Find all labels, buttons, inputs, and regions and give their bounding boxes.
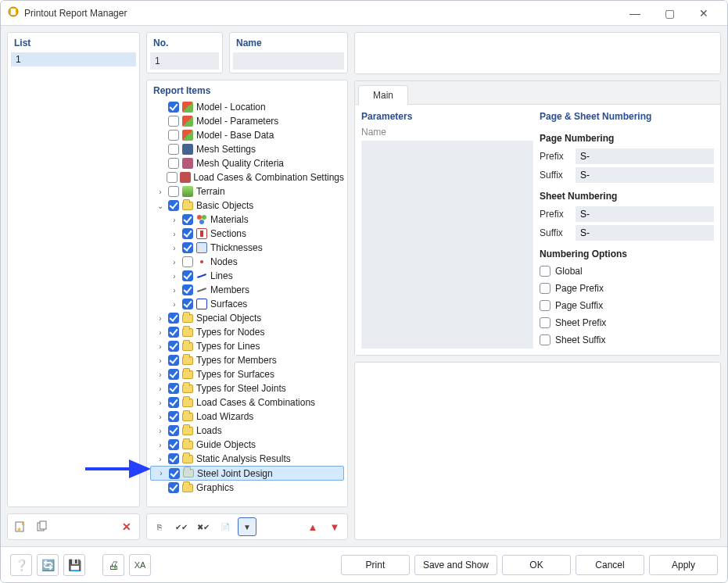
tree-item[interactable]: ›Types for Lines [150,339,344,353]
close-button[interactable]: ✕ [687,1,721,26]
tree-checkbox[interactable] [168,186,179,197]
tree-item[interactable]: ›Materials [150,213,344,227]
tree-checkbox[interactable] [167,172,178,183]
list-item[interactable]: 1 [11,52,136,66]
tree-checkbox[interactable] [182,242,193,253]
tree-checkbox[interactable] [168,144,179,155]
sheet-suffix-input[interactable] [576,225,714,241]
print-setup-button[interactable]: 🖨 [102,554,124,576]
maximize-button[interactable]: ▢ [652,1,687,26]
tree-item[interactable]: ›Types for Nodes [150,325,344,339]
tree-checkbox[interactable] [168,313,179,324]
tree-item[interactable]: Mesh Quality Criteria [150,156,344,170]
numbering-option-checkbox[interactable] [540,283,550,294]
tree-item[interactable]: Graphics [150,481,344,495]
expander-icon[interactable]: › [155,342,166,351]
tree-checkbox[interactable] [182,270,193,281]
tree-item[interactable]: Model - Location [150,100,344,114]
expander-icon[interactable]: › [169,272,180,281]
tree-checkbox[interactable] [168,116,179,127]
tree-checkbox[interactable] [168,369,179,380]
page-prefix-input[interactable] [576,148,714,164]
print-button[interactable]: Print [341,555,410,575]
tree-item[interactable]: ›Nodes [150,255,344,269]
tree-checkbox[interactable] [168,439,179,450]
clone-button[interactable]: ⎘ [150,517,169,536]
expander-icon[interactable]: › [155,188,166,196]
tree-item[interactable]: ›Guide Objects [150,438,344,452]
tree-checkbox[interactable] [168,425,179,436]
tree-checkbox[interactable] [168,453,179,464]
tree-item[interactable]: Load Cases & Combination Settings [150,170,344,184]
tree-checkbox[interactable] [168,482,179,493]
expander-icon[interactable]: › [155,328,166,337]
tree-checkbox[interactable] [182,284,193,295]
move-up-button[interactable]: ▲ [303,517,322,536]
tree-item[interactable]: ›Sections [150,227,344,241]
new-report-button[interactable]: ★ [11,517,30,536]
tree-item[interactable]: ›Thicknesses [150,241,344,255]
expander-icon[interactable]: › [155,356,166,365]
ok-button[interactable]: OK [502,555,571,575]
expander-icon[interactable]: › [155,427,166,435]
save-and-show-button[interactable]: Save and Show [414,555,497,575]
tree-checkbox[interactable] [169,468,180,479]
expander-icon[interactable]: › [156,469,167,477]
copy-report-button[interactable] [33,517,52,536]
tree-item[interactable]: ›Surfaces [150,297,344,311]
check-all-button[interactable]: ✔✔ [172,517,191,536]
tree-item[interactable]: ›Static Analysis Results [150,452,344,466]
tree-checkbox[interactable] [182,256,193,267]
tree-item[interactable]: ›Loads [150,424,344,438]
expander-icon[interactable]: › [155,384,166,393]
expander-icon[interactable]: › [155,441,166,449]
uncheck-all-button[interactable]: ✖✔ [194,517,213,536]
tree-item[interactable]: ›Special Objects [150,311,344,325]
apply-button[interactable]: Apply [649,555,718,575]
tree-item[interactable]: ›Types for Steel Joints [150,381,344,395]
page-suffix-input[interactable] [576,167,714,183]
tree-checkbox[interactable] [168,102,179,113]
refresh-button[interactable]: 🔄 [37,554,59,576]
tree-checkbox[interactable] [182,214,193,225]
tree-checkbox[interactable] [168,383,179,394]
sheet-prefix-input[interactable] [576,206,714,222]
minimize-button[interactable]: — [618,1,652,26]
tree-item[interactable]: ›Types for Surfaces [150,367,344,381]
expander-icon[interactable]: › [155,455,166,463]
expander-icon[interactable]: › [155,399,166,407]
save-button[interactable]: 💾 [63,554,85,576]
numbering-option-checkbox[interactable] [540,334,550,345]
name-input[interactable] [233,52,344,70]
delete-report-button[interactable]: ✕ [117,517,136,536]
move-down-button[interactable]: ▼ [325,517,344,536]
expander-icon[interactable]: › [169,244,180,252]
tab-main[interactable]: Main [358,85,408,105]
filter-button[interactable]: ▼ [238,517,256,536]
expander-icon[interactable]: › [169,258,180,266]
tree-item[interactable]: Mesh Settings [150,142,344,156]
expander-icon[interactable]: › [155,314,166,323]
tree-checkbox[interactable] [168,130,179,141]
numbering-option-checkbox[interactable] [540,317,550,328]
tree-checkbox[interactable] [182,299,193,309]
tree-item[interactable]: Model - Base Data [150,128,344,142]
expander-icon[interactable]: ⌄ [155,202,166,210]
language-button[interactable]: XA [129,554,151,576]
tree-checkbox[interactable] [182,228,193,239]
tree-checkbox[interactable] [168,411,179,422]
tree-item[interactable]: Model - Parameters [150,114,344,128]
help-button[interactable]: ❔ [10,554,32,576]
tree-checkbox[interactable] [168,355,179,366]
tree-checkbox[interactable] [168,327,179,338]
expander-icon[interactable]: › [169,300,180,309]
tree-item[interactable]: ›Load Cases & Combinations [150,395,344,410]
tree-checkbox[interactable] [168,341,179,352]
tree-item[interactable]: ›Terrain [150,184,344,199]
tree-item[interactable]: ›Lines [150,269,344,283]
param-name-input[interactable] [361,141,533,349]
no-input[interactable] [150,52,219,70]
numbering-option-checkbox[interactable] [540,300,550,311]
expander-icon[interactable]: › [155,413,166,421]
tree-checkbox[interactable] [168,158,179,169]
